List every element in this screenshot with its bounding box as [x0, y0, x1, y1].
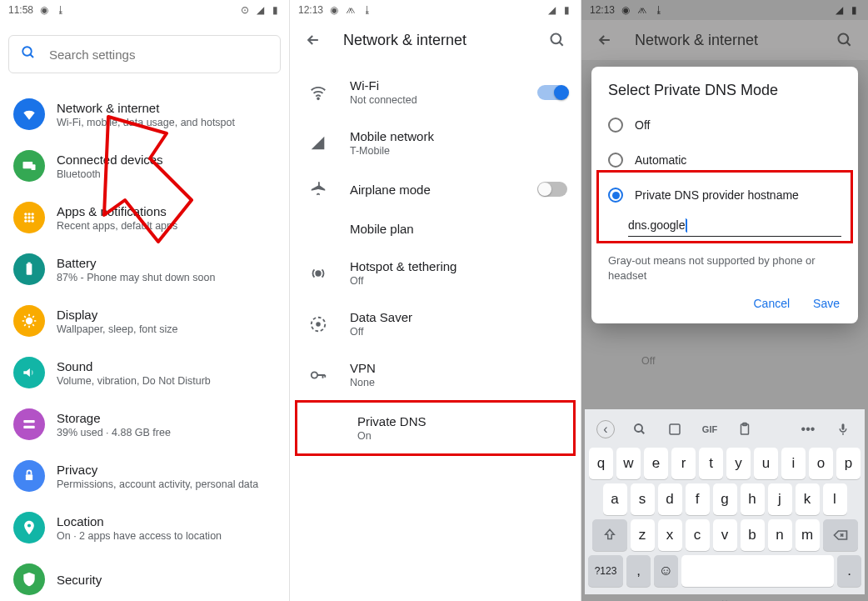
kb-sticker-icon[interactable] — [665, 419, 685, 439]
key-k[interactable]: k — [796, 483, 820, 515]
key-y[interactable]: y — [726, 448, 751, 479]
kb-back-icon[interactable]: ‹ — [596, 420, 615, 438]
back-button[interactable] — [300, 27, 327, 53]
privacy-icon — [13, 460, 45, 492]
dns-hostname-input[interactable]: dns.google — [628, 218, 686, 232]
radio-icon — [608, 188, 623, 203]
keyboard-row-1: q w e r t y u i o p — [588, 448, 861, 479]
radio-option-automatic[interactable]: Automatic — [591, 143, 858, 178]
key-s[interactable]: s — [631, 483, 655, 515]
key-j[interactable]: j — [768, 483, 792, 515]
dialog-actions: Cancel Save — [591, 290, 858, 315]
settings-item-battery[interactable]: Battery 87% - Phone may shut down soon — [7, 243, 282, 295]
key-f[interactable]: f — [686, 483, 710, 515]
key-z[interactable]: z — [631, 519, 655, 551]
svg-rect-16 — [23, 420, 34, 423]
svg-point-19 — [27, 523, 31, 527]
key-u[interactable]: u — [754, 448, 778, 479]
settings-item-display[interactable]: Display Wallpaper, sleep, font size — [7, 295, 282, 347]
key-c[interactable]: c — [686, 519, 710, 551]
settings-list: Network & internet Wi-Fi, mobile, data u… — [0, 88, 289, 595]
radio-option-off[interactable]: Off — [591, 108, 858, 143]
settings-item-storage[interactable]: Storage 39% used · 4.88 GB free — [7, 398, 282, 450]
key-g[interactable]: g — [713, 483, 737, 515]
keyboard-row-4: ?123 , ☺ . — [588, 555, 861, 587]
wifi-toggle[interactable] — [537, 85, 567, 100]
network-item-hotspot[interactable]: Hotspot & tethering Off — [290, 248, 581, 298]
kb-gif-icon[interactable]: GIF — [700, 419, 720, 439]
key-i[interactable]: i — [781, 448, 806, 479]
svg-point-27 — [839, 34, 849, 44]
key-space[interactable] — [681, 555, 834, 587]
kb-mic-icon[interactable] — [833, 419, 853, 439]
key-n[interactable]: n — [768, 519, 792, 551]
signal-icon: ◢ — [833, 4, 845, 16]
network-item-vpn[interactable]: VPN None — [290, 349, 581, 400]
settings-item-security[interactable]: Security — [7, 553, 282, 595]
key-e[interactable]: e — [644, 448, 668, 479]
sound-icon — [13, 357, 45, 388]
key-d[interactable]: d — [658, 483, 682, 515]
key-emoji[interactable]: ☺ — [654, 555, 678, 587]
private-dns-dialog-panel: 12:13 ◉ ⩕ ⭳ ◢ ▮ Network & internet Off S… — [581, 0, 868, 601]
spotify-icon: ◉ — [328, 4, 340, 16]
save-button[interactable]: Save — [813, 297, 840, 310]
battery-icon: ▮ — [269, 4, 281, 16]
settings-item-network[interactable]: Network & internet Wi-Fi, mobile, data u… — [7, 88, 282, 140]
settings-item-location[interactable]: Location On · 2 apps have access to loca… — [7, 502, 282, 553]
location-icon — [13, 512, 45, 543]
key-numeric[interactable]: ?123 — [588, 555, 623, 587]
key-t[interactable]: t — [699, 448, 723, 479]
spotify-icon: ◉ — [38, 4, 50, 16]
display-icon — [13, 305, 45, 337]
network-item-mobile-plan[interactable]: Mobile plan — [290, 210, 581, 248]
cancel-button[interactable]: Cancel — [753, 297, 790, 310]
key-x[interactable]: x — [658, 519, 682, 551]
svg-point-25 — [317, 323, 320, 326]
kb-search-icon[interactable] — [630, 419, 650, 439]
signal-icon: ◢ — [254, 4, 266, 16]
key-p[interactable]: p — [836, 448, 861, 479]
key-backspace[interactable] — [823, 519, 858, 551]
private-dns-dialog: Select Private DNS Mode Off Automatic Pr… — [591, 67, 858, 323]
radio-icon — [608, 153, 623, 168]
key-v[interactable]: v — [713, 519, 737, 551]
network-item-airplane[interactable]: Airplane mode — [290, 168, 581, 210]
svg-rect-17 — [23, 426, 34, 428]
search-button[interactable] — [544, 27, 571, 53]
key-shift[interactable] — [592, 519, 627, 551]
settings-item-privacy[interactable]: Privacy Permissions, account activity, p… — [7, 450, 282, 502]
network-item-wifi[interactable]: Wi-Fi Not connected — [290, 67, 581, 118]
svg-point-6 — [32, 213, 34, 215]
search-input[interactable] — [49, 48, 268, 62]
key-h[interactable]: h — [741, 483, 765, 515]
settings-item-apps[interactable]: Apps & notifications Recent apps, defaul… — [7, 192, 282, 243]
on-screen-keyboard: ‹ GIF ••• q w e r t y u i o p a s d f g — [585, 409, 865, 594]
keyboard-collapse-icon[interactable]: ⌄ — [720, 593, 730, 601]
key-period[interactable]: . — [837, 555, 861, 587]
network-item-mobile[interactable]: Mobile network T-Mobile — [290, 118, 581, 168]
kb-clipboard-icon[interactable] — [735, 419, 755, 439]
airplane-toggle[interactable] — [537, 182, 567, 197]
svg-rect-14 — [27, 263, 30, 264]
key-r[interactable]: r — [671, 448, 696, 479]
svg-rect-2 — [23, 162, 33, 168]
key-comma[interactable]: , — [626, 555, 651, 587]
svg-point-4 — [24, 213, 27, 215]
key-m[interactable]: m — [796, 519, 820, 551]
network-item-private-dns[interactable]: Private DNS On — [295, 400, 576, 456]
network-item-datasaver[interactable]: Data Saver Off — [290, 298, 581, 349]
kb-more-icon[interactable]: ••• — [798, 419, 818, 439]
key-o[interactable]: o — [809, 448, 833, 479]
key-w[interactable]: w — [616, 448, 641, 479]
key-a[interactable]: a — [603, 483, 627, 515]
search-settings-box[interactable] — [8, 35, 281, 73]
key-q[interactable]: q — [589, 448, 613, 479]
app-bar: Network & internet — [581, 20, 868, 60]
settings-item-sound[interactable]: Sound Volume, vibration, Do Not Disturb — [7, 347, 282, 398]
key-b[interactable]: b — [741, 519, 765, 551]
settings-item-connected-devices[interactable]: Connected devices Bluetooth — [7, 140, 282, 192]
key-l[interactable]: l — [823, 483, 847, 515]
clock: 12:13 — [590, 4, 615, 16]
radio-option-hostname[interactable]: Private DNS provider hostname — [591, 178, 858, 213]
